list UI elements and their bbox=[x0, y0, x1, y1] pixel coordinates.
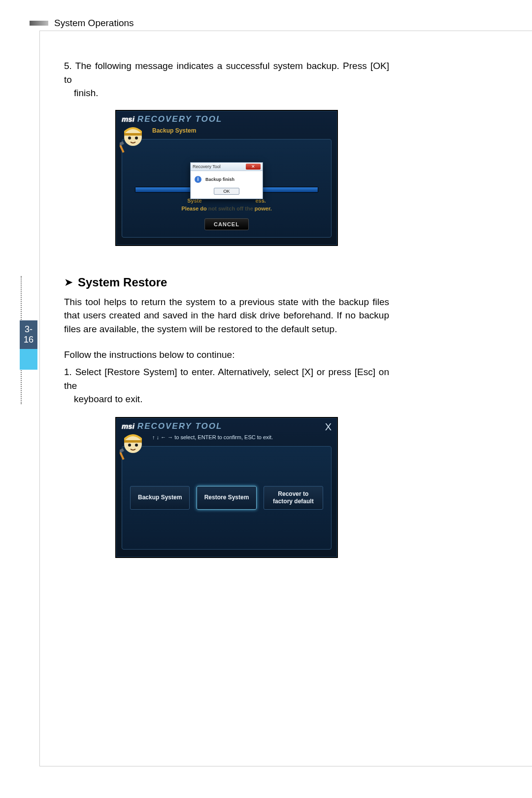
header-decoration-bar bbox=[30, 21, 48, 26]
step5-line1: 5. The following message indicates a suc… bbox=[64, 61, 389, 85]
backup-finish-dialog: Recovery Tool ✕ i Backup finish OK bbox=[190, 162, 263, 199]
page-header-title: System Operations bbox=[54, 18, 134, 29]
navigation-hint: ↑ ↓ ← → to select, ENTER to confirm, ESC… bbox=[117, 431, 336, 444]
step1-line1: 1. Select [Restore System] to enter. Alt… bbox=[64, 367, 389, 391]
tool-title: RECOVERY TOOL bbox=[137, 114, 222, 124]
page-number-tab: 3-16 bbox=[20, 320, 37, 370]
dialog-titlebar: Recovery Tool ✕ bbox=[191, 163, 263, 171]
svg-point-2 bbox=[128, 137, 131, 139]
mascot-icon-2 bbox=[120, 429, 146, 460]
svg-point-3 bbox=[135, 137, 138, 139]
dialog-message: Backup finish bbox=[205, 177, 234, 182]
recovery-tool-window: msi RECOVERY TOOL Backup System Syste bbox=[116, 111, 337, 245]
dialog-body: i Backup finish bbox=[191, 171, 263, 185]
follow-instructions: Follow the instructions below to continu… bbox=[64, 349, 389, 360]
page-header: System Operations bbox=[30, 18, 532, 29]
page-content: 5. The following message indicates a suc… bbox=[64, 59, 389, 558]
tool-subtitle: Backup System bbox=[117, 124, 336, 137]
step5-line2: finish. bbox=[64, 88, 99, 98]
progress-status-line2: Please do not switch off the power. bbox=[122, 206, 331, 211]
progress-warn-right: power. bbox=[255, 206, 272, 211]
progress-warn-left: Please do bbox=[181, 206, 206, 211]
recover-line1: Recover to bbox=[278, 490, 308, 497]
ok-button[interactable]: OK bbox=[214, 188, 239, 195]
svg-point-8 bbox=[128, 444, 131, 447]
close-x-button[interactable]: X bbox=[325, 421, 332, 433]
screenshot-main-menu: msi RECOVERY TOOL X ↑ ↓ ← → to select, E… bbox=[115, 417, 338, 558]
cancel-button[interactable]: CANCEL bbox=[204, 218, 249, 230]
section-paragraph: This tool helps to return the system to … bbox=[64, 295, 389, 336]
tool-menu-body: Backup System Restore System Recover to … bbox=[122, 446, 332, 550]
tool-body: Syste XXXXXXXXXXXXXX ess. Please do not … bbox=[122, 139, 332, 238]
svg-rect-7 bbox=[124, 440, 142, 443]
restore-system-button[interactable]: Restore System bbox=[197, 486, 256, 510]
dialog-footer: OK bbox=[191, 185, 263, 199]
svg-rect-5 bbox=[120, 141, 124, 145]
progress-warn-mid: not switch off the bbox=[208, 206, 253, 211]
section-title: System Restore bbox=[78, 276, 167, 289]
chevron-right-icon: ➤ bbox=[64, 276, 73, 289]
step1-line2: keyboard to exit. bbox=[64, 394, 142, 404]
section-heading: ➤ System Restore bbox=[64, 276, 389, 289]
step-1-text: 1. Select [Restore System] to enter. Alt… bbox=[64, 365, 389, 406]
svg-rect-11 bbox=[120, 449, 124, 453]
recover-factory-label: Recover to factory default bbox=[273, 490, 314, 505]
recover-factory-button[interactable]: Recover to factory default bbox=[264, 486, 323, 510]
page-tab-accent bbox=[20, 349, 37, 370]
svg-rect-1 bbox=[124, 133, 142, 136]
mascot-icon bbox=[120, 122, 146, 153]
recovery-tool-window-2: msi RECOVERY TOOL X ↑ ↓ ← → to select, E… bbox=[116, 418, 337, 557]
tool-titlebar: msi RECOVERY TOOL bbox=[117, 111, 336, 124]
close-icon[interactable]: ✕ bbox=[246, 164, 261, 170]
step-5-text: 5. The following message indicates a suc… bbox=[64, 59, 389, 100]
dialog-title: Recovery Tool bbox=[193, 164, 221, 169]
tool-titlebar-2: msi RECOVERY TOOL X bbox=[117, 418, 336, 431]
svg-point-9 bbox=[135, 444, 138, 447]
page-number: 3-16 bbox=[20, 320, 37, 349]
screenshot-backup-finish: msi RECOVERY TOOL Backup System Syste bbox=[115, 110, 338, 246]
info-icon: i bbox=[195, 176, 201, 183]
tool-title-2: RECOVERY TOOL bbox=[137, 421, 222, 431]
recover-line2: factory default bbox=[273, 498, 314, 505]
backup-system-button[interactable]: Backup System bbox=[130, 486, 190, 510]
